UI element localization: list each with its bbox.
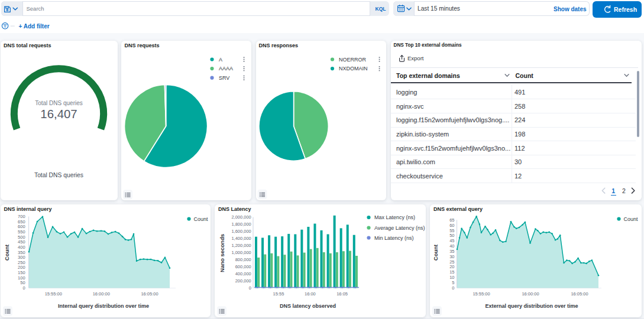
svg-text:350: 350 bbox=[18, 250, 25, 255]
svg-text:16:00: 16:00 bbox=[305, 291, 316, 297]
svg-text:20: 20 bbox=[449, 264, 454, 269]
svg-text:50: 50 bbox=[449, 233, 454, 238]
svg-text:30: 30 bbox=[449, 254, 454, 259]
svg-text:0: 0 bbox=[249, 285, 251, 291]
svg-text:16:05: 16:05 bbox=[336, 291, 348, 297]
svg-text:55: 55 bbox=[449, 228, 454, 233]
svg-text:AAAA: AAAA bbox=[219, 66, 233, 71]
svg-text:600,000: 600,000 bbox=[235, 264, 251, 269]
svg-text:16:00:00: 16:00:00 bbox=[93, 291, 110, 297]
svg-text:SRV: SRV bbox=[219, 75, 229, 81]
svg-text:40: 40 bbox=[449, 243, 454, 249]
svg-text:400,000: 400,000 bbox=[235, 271, 251, 276]
svg-text:450: 450 bbox=[18, 239, 25, 245]
svg-text:600: 600 bbox=[18, 224, 25, 229]
svg-text:15: 15 bbox=[449, 269, 454, 275]
svg-text:35: 35 bbox=[449, 249, 454, 254]
svg-text:150: 150 bbox=[18, 270, 25, 275]
svg-text:15:55: 15:55 bbox=[273, 291, 284, 297]
svg-text:5: 5 bbox=[452, 280, 454, 285]
svg-text:300: 300 bbox=[18, 255, 25, 260]
svg-text:16:00:00: 16:00:00 bbox=[522, 291, 539, 297]
svg-text:1,400,000: 1,400,000 bbox=[231, 236, 251, 241]
svg-text:800,000: 800,000 bbox=[235, 257, 251, 262]
svg-text:2,000,000: 2,000,000 bbox=[231, 214, 251, 220]
svg-text:NXDOMAIN: NXDOMAIN bbox=[339, 66, 368, 71]
svg-text:0: 0 bbox=[452, 285, 454, 291]
svg-text:10: 10 bbox=[449, 275, 454, 280]
svg-text:Min Latency (ns): Min Latency (ns) bbox=[374, 235, 414, 241]
svg-text:550: 550 bbox=[18, 229, 25, 235]
svg-text:16:05:00: 16:05:00 bbox=[571, 291, 588, 297]
svg-text:Average Latency (ns): Average Latency (ns) bbox=[374, 225, 425, 231]
svg-text:100: 100 bbox=[18, 275, 25, 281]
svg-text:200: 200 bbox=[18, 265, 25, 270]
svg-text:Count: Count bbox=[194, 216, 209, 222]
svg-text:NOERROR: NOERROR bbox=[339, 57, 367, 63]
svg-text:25: 25 bbox=[449, 259, 454, 265]
svg-text:650: 650 bbox=[18, 219, 25, 224]
svg-text:1,800,000: 1,800,000 bbox=[231, 222, 251, 227]
svg-text:65: 65 bbox=[449, 217, 454, 223]
svg-text:50: 50 bbox=[20, 280, 25, 285]
svg-text:400: 400 bbox=[18, 245, 25, 250]
svg-text:60: 60 bbox=[449, 223, 454, 228]
svg-text:0: 0 bbox=[22, 285, 25, 291]
svg-text:A: A bbox=[219, 57, 222, 63]
svg-text:500: 500 bbox=[18, 235, 25, 240]
svg-text:45: 45 bbox=[449, 238, 454, 243]
svg-text:Max Latency (ns): Max Latency (ns) bbox=[374, 214, 415, 220]
svg-text:700: 700 bbox=[18, 214, 25, 219]
svg-text:Count: Count bbox=[624, 216, 639, 222]
svg-text:15:55:00: 15:55:00 bbox=[45, 291, 62, 297]
svg-text:200,000: 200,000 bbox=[235, 278, 251, 284]
svg-text:1,000,000: 1,000,000 bbox=[231, 250, 251, 255]
svg-text:15:55:00: 15:55:00 bbox=[473, 291, 490, 297]
svg-text:250: 250 bbox=[18, 260, 25, 265]
svg-text:1,200,000: 1,200,000 bbox=[231, 243, 251, 248]
svg-text:1,600,000: 1,600,000 bbox=[231, 229, 251, 234]
svg-text:16:05:00: 16:05:00 bbox=[141, 291, 158, 297]
